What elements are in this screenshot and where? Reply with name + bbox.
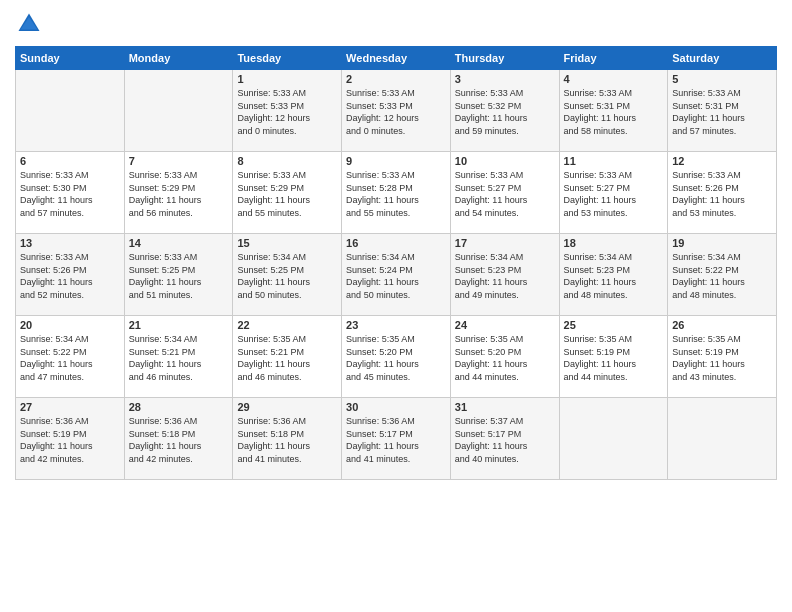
calendar-cell: 10Sunrise: 5:33 AM Sunset: 5:27 PM Dayli… [450, 152, 559, 234]
calendar-cell: 26Sunrise: 5:35 AM Sunset: 5:19 PM Dayli… [668, 316, 777, 398]
day-info: Sunrise: 5:37 AM Sunset: 5:17 PM Dayligh… [455, 415, 555, 465]
day-info: Sunrise: 5:34 AM Sunset: 5:23 PM Dayligh… [455, 251, 555, 301]
day-number: 13 [20, 237, 120, 249]
calendar-cell: 4Sunrise: 5:33 AM Sunset: 5:31 PM Daylig… [559, 70, 668, 152]
calendar-cell [559, 398, 668, 480]
day-info: Sunrise: 5:33 AM Sunset: 5:31 PM Dayligh… [672, 87, 772, 137]
day-info: Sunrise: 5:33 AM Sunset: 5:26 PM Dayligh… [672, 169, 772, 219]
calendar-cell: 11Sunrise: 5:33 AM Sunset: 5:27 PM Dayli… [559, 152, 668, 234]
day-info: Sunrise: 5:34 AM Sunset: 5:22 PM Dayligh… [20, 333, 120, 383]
day-number: 12 [672, 155, 772, 167]
calendar-cell: 13Sunrise: 5:33 AM Sunset: 5:26 PM Dayli… [16, 234, 125, 316]
day-info: Sunrise: 5:36 AM Sunset: 5:19 PM Dayligh… [20, 415, 120, 465]
calendar-cell [124, 70, 233, 152]
calendar-cell: 12Sunrise: 5:33 AM Sunset: 5:26 PM Dayli… [668, 152, 777, 234]
day-number: 18 [564, 237, 664, 249]
weekday-header-monday: Monday [124, 47, 233, 70]
calendar-cell: 31Sunrise: 5:37 AM Sunset: 5:17 PM Dayli… [450, 398, 559, 480]
calendar-cell: 15Sunrise: 5:34 AM Sunset: 5:25 PM Dayli… [233, 234, 342, 316]
day-info: Sunrise: 5:34 AM Sunset: 5:24 PM Dayligh… [346, 251, 446, 301]
day-number: 4 [564, 73, 664, 85]
calendar-cell: 27Sunrise: 5:36 AM Sunset: 5:19 PM Dayli… [16, 398, 125, 480]
day-number: 22 [237, 319, 337, 331]
day-number: 29 [237, 401, 337, 413]
day-number: 21 [129, 319, 229, 331]
logo-icon [15, 10, 43, 38]
weekday-header-row: SundayMondayTuesdayWednesdayThursdayFrid… [16, 47, 777, 70]
day-info: Sunrise: 5:34 AM Sunset: 5:23 PM Dayligh… [564, 251, 664, 301]
calendar-cell: 9Sunrise: 5:33 AM Sunset: 5:28 PM Daylig… [342, 152, 451, 234]
day-number: 30 [346, 401, 446, 413]
day-number: 15 [237, 237, 337, 249]
weekday-header-friday: Friday [559, 47, 668, 70]
calendar-cell: 1Sunrise: 5:33 AM Sunset: 5:33 PM Daylig… [233, 70, 342, 152]
day-number: 1 [237, 73, 337, 85]
calendar-cell: 16Sunrise: 5:34 AM Sunset: 5:24 PM Dayli… [342, 234, 451, 316]
page: SundayMondayTuesdayWednesdayThursdayFrid… [0, 0, 792, 612]
day-info: Sunrise: 5:35 AM Sunset: 5:19 PM Dayligh… [672, 333, 772, 383]
week-row-3: 20Sunrise: 5:34 AM Sunset: 5:22 PM Dayli… [16, 316, 777, 398]
week-row-0: 1Sunrise: 5:33 AM Sunset: 5:33 PM Daylig… [16, 70, 777, 152]
logo [15, 10, 47, 38]
calendar-cell [668, 398, 777, 480]
day-info: Sunrise: 5:36 AM Sunset: 5:18 PM Dayligh… [129, 415, 229, 465]
header [15, 10, 777, 38]
day-info: Sunrise: 5:35 AM Sunset: 5:20 PM Dayligh… [455, 333, 555, 383]
calendar-table: SundayMondayTuesdayWednesdayThursdayFrid… [15, 46, 777, 480]
day-info: Sunrise: 5:33 AM Sunset: 5:28 PM Dayligh… [346, 169, 446, 219]
day-number: 8 [237, 155, 337, 167]
day-info: Sunrise: 5:33 AM Sunset: 5:25 PM Dayligh… [129, 251, 229, 301]
day-number: 6 [20, 155, 120, 167]
weekday-header-wednesday: Wednesday [342, 47, 451, 70]
day-number: 23 [346, 319, 446, 331]
day-info: Sunrise: 5:35 AM Sunset: 5:20 PM Dayligh… [346, 333, 446, 383]
day-number: 25 [564, 319, 664, 331]
day-number: 19 [672, 237, 772, 249]
day-info: Sunrise: 5:33 AM Sunset: 5:31 PM Dayligh… [564, 87, 664, 137]
weekday-header-saturday: Saturday [668, 47, 777, 70]
day-info: Sunrise: 5:33 AM Sunset: 5:33 PM Dayligh… [346, 87, 446, 137]
calendar-cell: 19Sunrise: 5:34 AM Sunset: 5:22 PM Dayli… [668, 234, 777, 316]
calendar-cell: 22Sunrise: 5:35 AM Sunset: 5:21 PM Dayli… [233, 316, 342, 398]
day-number: 5 [672, 73, 772, 85]
day-info: Sunrise: 5:33 AM Sunset: 5:33 PM Dayligh… [237, 87, 337, 137]
day-number: 14 [129, 237, 229, 249]
day-info: Sunrise: 5:34 AM Sunset: 5:22 PM Dayligh… [672, 251, 772, 301]
day-number: 28 [129, 401, 229, 413]
day-info: Sunrise: 5:33 AM Sunset: 5:32 PM Dayligh… [455, 87, 555, 137]
day-info: Sunrise: 5:34 AM Sunset: 5:25 PM Dayligh… [237, 251, 337, 301]
calendar-cell: 7Sunrise: 5:33 AM Sunset: 5:29 PM Daylig… [124, 152, 233, 234]
day-info: Sunrise: 5:33 AM Sunset: 5:30 PM Dayligh… [20, 169, 120, 219]
calendar-cell: 5Sunrise: 5:33 AM Sunset: 5:31 PM Daylig… [668, 70, 777, 152]
calendar-cell: 18Sunrise: 5:34 AM Sunset: 5:23 PM Dayli… [559, 234, 668, 316]
calendar-cell [16, 70, 125, 152]
calendar-cell: 30Sunrise: 5:36 AM Sunset: 5:17 PM Dayli… [342, 398, 451, 480]
day-info: Sunrise: 5:35 AM Sunset: 5:21 PM Dayligh… [237, 333, 337, 383]
day-info: Sunrise: 5:33 AM Sunset: 5:29 PM Dayligh… [237, 169, 337, 219]
day-info: Sunrise: 5:33 AM Sunset: 5:27 PM Dayligh… [564, 169, 664, 219]
day-info: Sunrise: 5:35 AM Sunset: 5:19 PM Dayligh… [564, 333, 664, 383]
day-number: 16 [346, 237, 446, 249]
calendar-cell: 20Sunrise: 5:34 AM Sunset: 5:22 PM Dayli… [16, 316, 125, 398]
day-number: 7 [129, 155, 229, 167]
calendar-cell: 17Sunrise: 5:34 AM Sunset: 5:23 PM Dayli… [450, 234, 559, 316]
day-number: 20 [20, 319, 120, 331]
day-number: 26 [672, 319, 772, 331]
day-number: 9 [346, 155, 446, 167]
day-info: Sunrise: 5:36 AM Sunset: 5:18 PM Dayligh… [237, 415, 337, 465]
calendar-cell: 29Sunrise: 5:36 AM Sunset: 5:18 PM Dayli… [233, 398, 342, 480]
day-number: 17 [455, 237, 555, 249]
week-row-1: 6Sunrise: 5:33 AM Sunset: 5:30 PM Daylig… [16, 152, 777, 234]
day-number: 24 [455, 319, 555, 331]
weekday-header-thursday: Thursday [450, 47, 559, 70]
calendar-cell: 23Sunrise: 5:35 AM Sunset: 5:20 PM Dayli… [342, 316, 451, 398]
day-info: Sunrise: 5:33 AM Sunset: 5:26 PM Dayligh… [20, 251, 120, 301]
calendar-cell: 25Sunrise: 5:35 AM Sunset: 5:19 PM Dayli… [559, 316, 668, 398]
day-number: 11 [564, 155, 664, 167]
day-info: Sunrise: 5:36 AM Sunset: 5:17 PM Dayligh… [346, 415, 446, 465]
calendar-cell: 8Sunrise: 5:33 AM Sunset: 5:29 PM Daylig… [233, 152, 342, 234]
day-number: 2 [346, 73, 446, 85]
calendar-cell: 2Sunrise: 5:33 AM Sunset: 5:33 PM Daylig… [342, 70, 451, 152]
day-number: 3 [455, 73, 555, 85]
day-number: 10 [455, 155, 555, 167]
